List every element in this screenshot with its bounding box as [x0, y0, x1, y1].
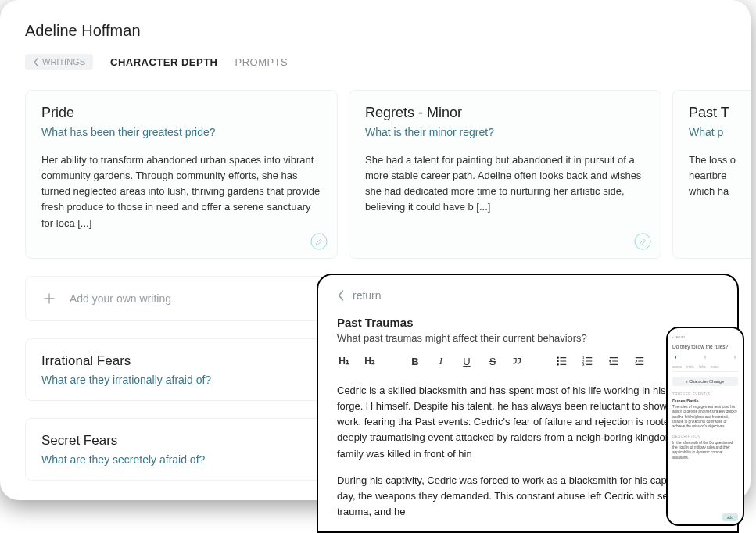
phone-tabs: scene traits links notes	[672, 365, 738, 372]
phone-item-title: Dunes Battle	[672, 399, 738, 403]
cards-row: Pride What has been their greatest pride…	[25, 90, 751, 259]
card-prompt: What is their minor regret?	[365, 126, 645, 138]
card-body: She had a talent for painting but abando…	[365, 152, 645, 216]
phone-tab[interactable]: links	[699, 365, 706, 369]
card-regrets[interactable]: Regrets - Minor What is their minor regr…	[349, 90, 661, 259]
card-title: Pride	[41, 105, 321, 121]
bold-button[interactable]: B	[408, 356, 422, 367]
plus-icon	[43, 292, 56, 305]
step-dot[interactable]	[675, 356, 676, 359]
tab-prompts[interactable]: PROMPTS	[235, 56, 288, 68]
page-title: Adeline Hoffman	[25, 22, 751, 40]
chevron-left-icon	[337, 290, 345, 301]
card-body: The loss o heartbre which ha	[689, 152, 751, 199]
svg-text:3: 3	[582, 363, 585, 367]
card-body: Her ability to transform abandoned urban…	[41, 152, 321, 231]
h1-button[interactable]: H₁	[337, 356, 351, 367]
phone-return[interactable]: ‹ return	[672, 334, 738, 339]
phone-stepper	[675, 356, 736, 359]
editor-toolbar: H₁ H₂ B I U S 123	[337, 355, 718, 367]
editor-title: Past Traumas	[337, 316, 718, 329]
phone-question: Do they follow the rules?	[672, 344, 738, 349]
card-title: Regrets - Minor	[365, 105, 645, 121]
edit-icon[interactable]	[634, 233, 651, 250]
editor-return-button[interactable]: return	[337, 289, 718, 302]
italic-button[interactable]: I	[434, 355, 448, 367]
phone-character-change-pill[interactable]: › Character Change	[672, 377, 738, 386]
editor-paragraph: During his captivity, Cedric was forced …	[337, 473, 718, 520]
quote-button[interactable]	[511, 356, 525, 367]
phone-section-label: TRIGGER EVENT(S)	[672, 392, 738, 396]
edit-icon[interactable]	[310, 233, 328, 250]
outdent-button[interactable]	[608, 356, 622, 367]
phone-preview: ‹ return Do they follow the rules? scene…	[666, 327, 744, 526]
strike-button[interactable]: S	[485, 356, 500, 367]
phone-tab[interactable]: traits	[686, 365, 694, 369]
card-prompt: What p	[689, 126, 751, 138]
editor-paragraph: Cedric is a skilled blacksmith and has s…	[337, 383, 718, 462]
phone-item-body: The rules of engagement restricted his a…	[672, 405, 738, 430]
tab-character-depth[interactable]: CHARACTER DEPTH	[110, 56, 218, 68]
editor-sub: What past traumas might affect their cur…	[337, 332, 718, 344]
card-past-traumas-peek[interactable]: Past T What p The loss o heartbre which …	[672, 90, 751, 259]
phone-add-button[interactable]: add	[722, 513, 738, 521]
svg-point-1	[635, 234, 650, 249]
chevron-left-icon	[33, 58, 39, 66]
step-dot[interactable]	[704, 356, 706, 359]
editor-body[interactable]: Cedric is a skilled blacksmith and has s…	[337, 383, 718, 533]
list-ol-button[interactable]: 123	[582, 356, 597, 367]
svg-point-2	[557, 357, 559, 359]
phone-tab[interactable]: scene	[672, 365, 682, 369]
return-label: return	[353, 289, 382, 302]
back-label: WRITINGS	[42, 57, 85, 66]
phone-tab[interactable]: notes	[711, 365, 719, 369]
list-ul-button[interactable]	[557, 356, 571, 367]
card-pride[interactable]: Pride What has been their greatest pride…	[25, 90, 338, 259]
back-writings-button[interactable]: WRITINGS	[25, 54, 93, 70]
card-title: Past T	[689, 105, 751, 121]
h2-button[interactable]: H₂	[363, 356, 377, 367]
card-prompt: What has been their greatest pride?	[41, 126, 321, 138]
tabs-bar: WRITINGS CHARACTER DEPTH PROMPTS	[25, 54, 751, 70]
svg-point-4	[557, 363, 559, 365]
add-label: Add your own writing	[70, 292, 171, 305]
phone-desc-label: DESCRIPTION	[672, 435, 738, 438]
underline-button[interactable]: U	[460, 356, 474, 367]
step-dot[interactable]	[734, 356, 736, 359]
svg-point-0	[311, 234, 327, 249]
phone-desc-body: In the aftermath of the Du​ questioned t…	[672, 441, 738, 460]
svg-point-3	[557, 360, 559, 362]
indent-button[interactable]	[634, 356, 648, 367]
